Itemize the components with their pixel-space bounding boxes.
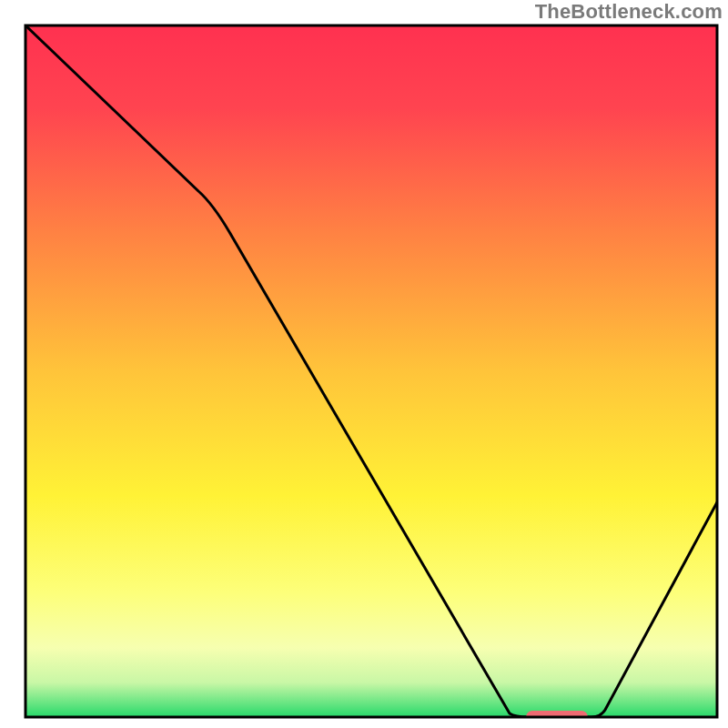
plot-background xyxy=(25,25,717,717)
chart-canvas: { "watermark": "TheBottleneck.com", "cha… xyxy=(0,0,728,728)
watermark-text: TheBottleneck.com xyxy=(535,0,723,24)
chart-svg xyxy=(0,0,728,728)
